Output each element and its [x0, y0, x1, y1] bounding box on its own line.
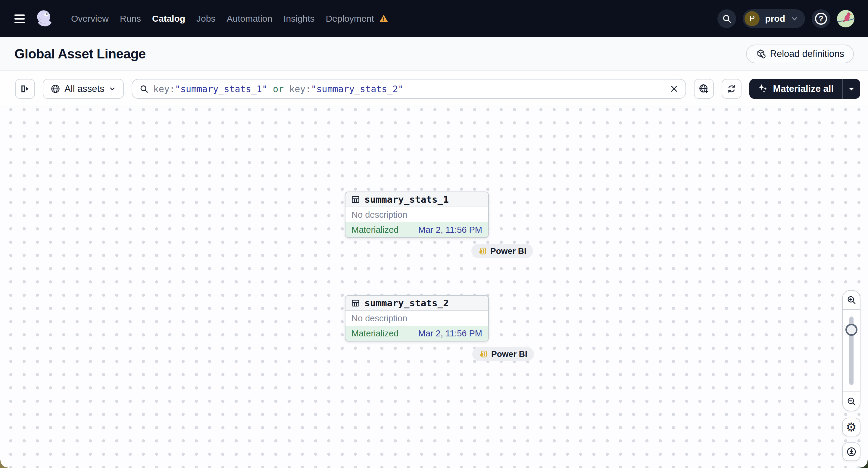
materialization-timestamp[interactable]: Mar 2, 11:56 PM [418, 329, 482, 339]
materialize-all-label: Materialize all [773, 84, 834, 94]
chevron-down-icon [109, 85, 116, 92]
powerbi-tag-label: Power BI [491, 349, 527, 359]
download-icon [846, 447, 857, 457]
caret-down-icon [848, 87, 855, 91]
asset-node-header: summary_stats_1 [345, 192, 488, 207]
asset-group-filter-label: All assets [64, 84, 104, 94]
graph-settings-button[interactable]: ⚙ [842, 418, 861, 436]
materialization-timestamp[interactable]: Mar 2, 11:56 PM [418, 225, 482, 235]
asset-status-row: Materialized Mar 2, 11:56 PM [345, 222, 488, 237]
reload-definitions-button[interactable]: Reload definitions [746, 44, 854, 63]
asset-node-summary-stats-1[interactable]: summary_stats_1 No description Materiali… [345, 191, 489, 238]
materialize-options-button[interactable] [843, 79, 860, 99]
zoom-control-panel [842, 290, 861, 411]
powerbi-tag[interactable]: Power BI [471, 244, 533, 258]
dagster-logo-icon[interactable] [34, 9, 54, 29]
nav-links: Overview Runs Catalog Jobs Automation In… [71, 13, 389, 24]
help-icon: ? [815, 13, 827, 25]
status-badge: Materialized [351, 329, 399, 339]
asset-node-summary-stats-2[interactable]: summary_stats_2 No description Materiali… [345, 295, 489, 342]
user-avatar[interactable] [837, 10, 855, 27]
lineage-toolbar: All assets key:"summary_stats_1" or key:… [0, 71, 868, 107]
zoom-out-icon [847, 397, 856, 406]
nav-item-overview[interactable]: Overview [71, 13, 109, 24]
powerbi-icon [478, 247, 487, 255]
panel-expand-icon [20, 84, 30, 94]
zoom-in-icon [847, 295, 856, 305]
zoom-slider[interactable] [843, 310, 860, 392]
asset-description: No description [345, 207, 488, 222]
nav-right-cluster: P prod ? [717, 9, 855, 28]
zoom-in-button[interactable] [843, 291, 860, 309]
search-icon [722, 14, 732, 24]
materialize-all-button: Materialize all [749, 79, 860, 99]
gear-icon: ⚙ [846, 420, 857, 434]
download-image-button[interactable] [842, 442, 861, 461]
powerbi-tag[interactable]: Power BI [472, 347, 534, 361]
search-query: key:"summary_stats_1" or key:"summary_st… [153, 84, 404, 94]
reload-definitions-label: Reload definitions [770, 49, 844, 59]
nav-item-deployment[interactable]: Deployment [326, 13, 374, 24]
nav-item-catalog[interactable]: Catalog [152, 13, 185, 24]
window-corner-right [860, 460, 868, 468]
asset-name: summary_stats_2 [365, 298, 449, 308]
chevron-down-icon [790, 15, 799, 23]
deployment-avatar: P [745, 11, 760, 26]
asset-group-filter[interactable]: All assets [43, 79, 124, 99]
refresh-button[interactable] [722, 79, 742, 99]
zoom-slider-knob[interactable] [845, 324, 858, 336]
table-icon [351, 299, 360, 308]
globe-plus-icon [699, 84, 709, 94]
table-icon [351, 195, 360, 204]
asset-description: No description [345, 311, 488, 326]
lineage-canvas[interactable]: summary_stats_1 No description Materiali… [0, 107, 868, 468]
asset-search-input[interactable]: key:"summary_stats_1" or key:"summary_st… [132, 79, 686, 99]
asset-node-header: summary_stats_2 [345, 296, 488, 311]
nav-item-runs[interactable]: Runs [120, 13, 141, 24]
page-title: Global Asset Lineage [14, 46, 146, 61]
nav-item-automation[interactable]: Automation [226, 13, 272, 24]
zoom-out-button[interactable] [843, 392, 860, 411]
page-header: Global Asset Lineage Reload definitions [0, 37, 868, 71]
open-left-panel-button[interactable] [15, 79, 35, 99]
reload-cube-icon [756, 49, 766, 59]
search-icon [140, 84, 149, 93]
menu-icon[interactable] [14, 14, 25, 23]
deployment-switcher[interactable]: P prod [743, 9, 805, 28]
materialize-all-main[interactable]: Materialize all [749, 84, 842, 94]
clear-search-button[interactable] [670, 85, 678, 93]
deployment-name: prod [765, 13, 785, 24]
asset-name: summary_stats_1 [365, 194, 449, 205]
refresh-icon [727, 84, 736, 94]
nav-item-jobs[interactable]: Jobs [196, 13, 215, 24]
help-button[interactable]: ? [812, 9, 830, 28]
warning-icon [379, 14, 389, 24]
nav-item-insights[interactable]: Insights [283, 13, 314, 24]
globe-icon [51, 84, 60, 94]
fetch-external-assets-button[interactable] [694, 79, 714, 99]
top-nav: Overview Runs Catalog Jobs Automation In… [0, 0, 868, 37]
status-badge: Materialized [351, 225, 399, 235]
window-corner-left [0, 460, 8, 468]
search-button[interactable] [717, 9, 736, 28]
asset-status-row: Materialized Mar 2, 11:56 PM [345, 326, 488, 341]
sparkles-icon [758, 84, 768, 94]
close-icon [670, 85, 678, 93]
powerbi-icon [479, 350, 488, 358]
powerbi-tag-label: Power BI [490, 246, 526, 256]
